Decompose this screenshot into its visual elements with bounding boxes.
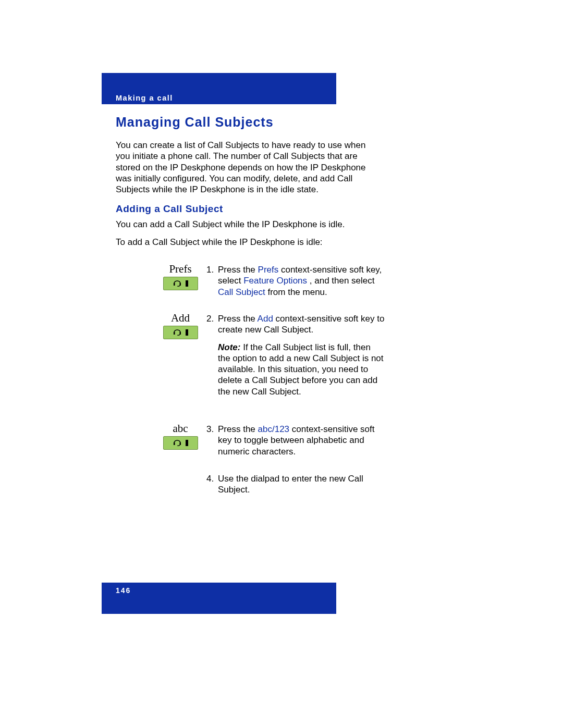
call-subject-link: Call Subject (218, 287, 265, 297)
step-1-text-a: Press the (218, 265, 258, 275)
sub-paragraph-2: To add a Call Subject while the IP Deskp… (116, 237, 387, 248)
svg-rect-1 (179, 283, 181, 286)
step-2-text-a: Press the (218, 314, 258, 324)
headset-icon (173, 329, 181, 336)
step-1-text-d: from the menu. (265, 287, 327, 297)
softkey-prefs-group: Prefs (155, 263, 205, 290)
step-3-text-a: Press the (218, 424, 258, 434)
softkey-abc-label: abc (155, 422, 205, 435)
section-header: Making a call (116, 94, 173, 102)
sub-paragraph-1: You can add a Call Subject while the IP … (116, 219, 387, 230)
sub-heading: Adding a Call Subject (116, 203, 223, 215)
page-title: Managing Call Subjects (116, 115, 274, 130)
step-4-text: Use the dialpad to enter the new Call Su… (218, 474, 363, 495)
bar-icon (186, 280, 188, 287)
footer-bar (102, 583, 336, 614)
headset-icon (173, 440, 181, 446)
step-3: 3. Press the abc/123 context-sensitive s… (218, 424, 385, 457)
prefs-link: Prefs (258, 265, 279, 275)
bar-icon (186, 329, 188, 336)
step-4: 4. Use the dialpad to enter the new Call… (218, 473, 385, 496)
add-link: Add (258, 314, 273, 324)
intro-paragraph: You can create a list of Call Subjects t… (116, 140, 382, 195)
softkey-prefs-button (163, 277, 198, 290)
softkey-add-group: Add (155, 312, 205, 339)
note-text: If the Call Subject list is full, then t… (218, 342, 384, 397)
bar-icon (186, 440, 188, 446)
svg-rect-2 (174, 332, 175, 335)
svg-rect-3 (179, 332, 181, 335)
page-number: 146 (116, 586, 131, 595)
svg-rect-0 (174, 283, 175, 286)
step-2: 2. Press the Add context-sensitive soft … (218, 313, 385, 397)
step-2-number: 2. (206, 313, 214, 324)
document-page: Making a call Managing Call Subjects You… (0, 0, 563, 728)
softkey-add-button (163, 326, 198, 339)
step-4-number: 4. (206, 473, 214, 484)
step-1-text-c: , and then select (307, 276, 374, 286)
step-1-number: 1. (206, 264, 214, 275)
note-label: Note: (218, 342, 240, 352)
headset-icon (173, 280, 181, 287)
step-2-note: Note: If the Call Subject list is full, … (218, 342, 385, 397)
svg-rect-5 (179, 442, 181, 445)
softkey-add-label: Add (155, 312, 205, 325)
step-3-number: 3. (206, 424, 214, 435)
softkey-prefs-label: Prefs (155, 263, 205, 276)
softkey-abc-group: abc (155, 422, 205, 450)
abc123-link: abc/123 (258, 424, 290, 434)
step-1: 1. Press the Prefs context-sensitive sof… (218, 264, 385, 298)
softkey-abc-button (163, 436, 198, 450)
feature-options-link: Feature Options (243, 276, 307, 286)
svg-rect-4 (174, 442, 175, 445)
